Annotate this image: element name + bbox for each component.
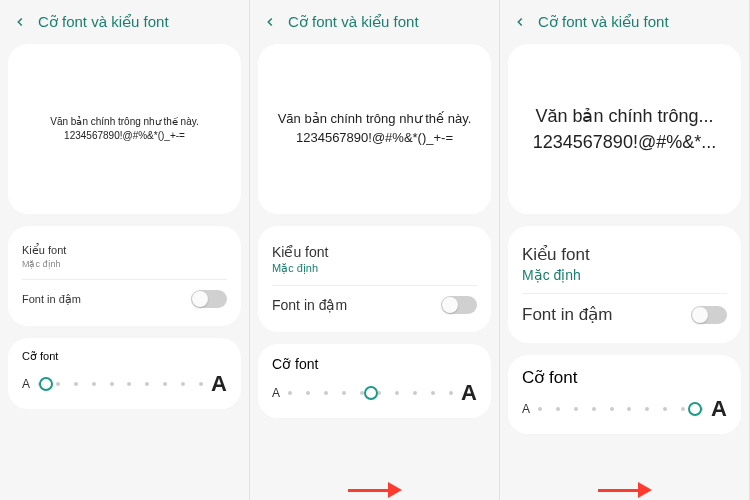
slider-row: A A bbox=[272, 380, 477, 406]
preview-card: Văn bản chính trông... 1234567890!@#%&*.… bbox=[508, 44, 741, 214]
font-style-label: Kiểu font bbox=[522, 244, 590, 265]
font-style-row[interactable]: Kiểu font Mặc định bbox=[22, 238, 227, 275]
font-size-card: Cỡ font A A bbox=[258, 344, 491, 418]
bold-label: Font in đậm bbox=[272, 297, 347, 313]
preview-card: Văn bản chính trông như thế này. 1234567… bbox=[258, 44, 491, 214]
size-small-icon: A bbox=[22, 377, 30, 391]
chevron-left-icon bbox=[13, 15, 27, 29]
bold-row: Font in đậm bbox=[522, 298, 727, 331]
preview-line2: 1234567890!@#%&*... bbox=[522, 129, 727, 155]
font-size-card: Cỡ font A A bbox=[8, 338, 241, 409]
font-size-label: Cỡ font bbox=[272, 356, 477, 372]
font-style-label: Kiểu font bbox=[22, 244, 66, 257]
font-options-card: Kiểu font Mặc định Font in đậm bbox=[508, 226, 741, 343]
bold-row: Font in đậm bbox=[272, 290, 477, 320]
size-large-icon: A bbox=[711, 396, 727, 422]
header: Cỡ font và kiểu font bbox=[500, 0, 749, 44]
bold-toggle[interactable] bbox=[441, 296, 477, 314]
slider-thumb[interactable] bbox=[688, 402, 702, 416]
font-style-label: Kiểu font bbox=[272, 244, 328, 260]
screen-smallest: Cỡ font và kiểu font Văn bản chính trông… bbox=[0, 0, 250, 500]
font-style-value: Mặc định bbox=[522, 267, 581, 283]
preview-line1: Văn bản chính trông như thế này. bbox=[278, 110, 472, 129]
font-options-card: Kiểu font Mặc định Font in đậm bbox=[258, 226, 491, 332]
font-size-slider[interactable] bbox=[536, 399, 705, 419]
screen-largest: Cỡ font và kiểu font Văn bản chính trông… bbox=[500, 0, 750, 500]
back-button[interactable] bbox=[10, 12, 30, 32]
screen-medium: Cỡ font và kiểu font Văn bản chính trông… bbox=[250, 0, 500, 500]
size-small-icon: A bbox=[272, 386, 280, 400]
divider bbox=[522, 293, 727, 294]
font-style-row[interactable]: Kiểu font Mặc định bbox=[522, 238, 727, 289]
preview-line2: 1234567890!@#%&*()_+-= bbox=[64, 129, 185, 144]
preview-card: Văn bản chính trông như thế này. 1234567… bbox=[8, 44, 241, 214]
page-title: Cỡ font và kiểu font bbox=[538, 13, 669, 31]
divider bbox=[22, 279, 227, 280]
font-size-label: Cỡ font bbox=[522, 367, 727, 388]
size-large-icon: A bbox=[461, 380, 477, 406]
slider-row: A A bbox=[22, 371, 227, 397]
back-button[interactable] bbox=[510, 12, 530, 32]
bold-label: Font in đậm bbox=[522, 304, 612, 325]
size-large-icon: A bbox=[211, 371, 227, 397]
font-size-slider[interactable] bbox=[36, 374, 205, 394]
bold-label: Font in đậm bbox=[22, 293, 81, 306]
bold-row: Font in đậm bbox=[22, 284, 227, 314]
arrow-annotation bbox=[348, 482, 402, 498]
slider-thumb[interactable] bbox=[39, 377, 53, 391]
font-style-value: Mặc định bbox=[22, 259, 61, 269]
preview-line2: 1234567890!@#%&*()_+-= bbox=[296, 129, 453, 148]
page-title: Cỡ font và kiểu font bbox=[288, 13, 419, 31]
size-small-icon: A bbox=[522, 402, 530, 416]
font-size-label: Cỡ font bbox=[22, 350, 227, 363]
arrow-annotation bbox=[598, 482, 652, 498]
font-style-value: Mặc định bbox=[272, 262, 318, 275]
header: Cỡ font và kiểu font bbox=[0, 0, 249, 44]
bold-toggle[interactable] bbox=[691, 306, 727, 324]
bold-toggle[interactable] bbox=[191, 290, 227, 308]
slider-row: A A bbox=[522, 396, 727, 422]
font-size-slider[interactable] bbox=[286, 383, 455, 403]
preview-line1: Văn bản chính trông... bbox=[522, 103, 727, 129]
page-title: Cỡ font và kiểu font bbox=[38, 13, 169, 31]
chevron-left-icon bbox=[263, 15, 277, 29]
divider bbox=[272, 285, 477, 286]
header: Cỡ font và kiểu font bbox=[250, 0, 499, 44]
slider-thumb[interactable] bbox=[364, 386, 378, 400]
font-style-row[interactable]: Kiểu font Mặc định bbox=[272, 238, 477, 281]
chevron-left-icon bbox=[513, 15, 527, 29]
back-button[interactable] bbox=[260, 12, 280, 32]
font-options-card: Kiểu font Mặc định Font in đậm bbox=[8, 226, 241, 326]
font-size-card: Cỡ font A A bbox=[508, 355, 741, 434]
preview-line1: Văn bản chính trông như thế này. bbox=[50, 115, 198, 130]
